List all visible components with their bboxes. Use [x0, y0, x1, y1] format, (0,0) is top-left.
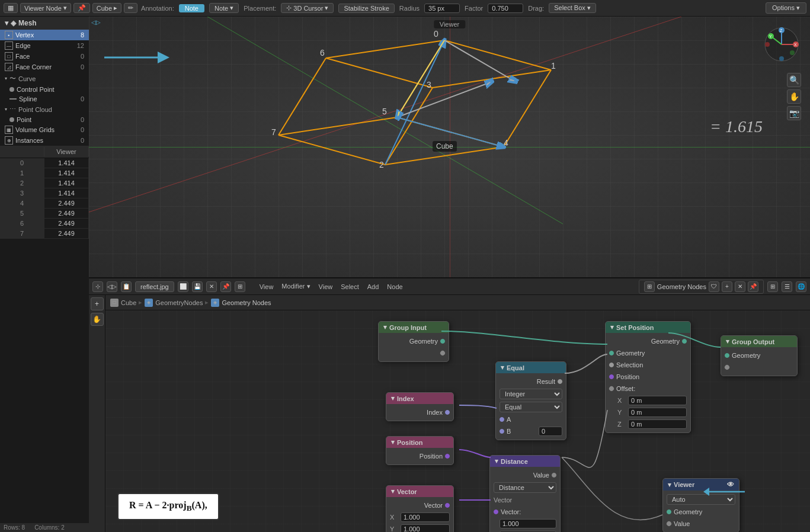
ne-file-icon[interactable]: 📋: [121, 281, 132, 292]
hand-btn[interactable]: ✋: [787, 89, 801, 104]
group-output-node[interactable]: ▾ Group Output Geometry: [721, 335, 798, 376]
set-position-node[interactable]: ▾ Set Position Geometry: [605, 321, 691, 433]
geo-nodes-2-breadcrumb-label[interactable]: Geometry Nodes: [222, 299, 271, 306]
ge-close-icon[interactable]: ✕: [735, 281, 745, 292]
ne-hand-tool-btn[interactable]: ✋: [91, 313, 104, 326]
distance-body: Value Distance Vect: [490, 467, 560, 532]
ne-r2-btn[interactable]: ☰: [782, 281, 792, 292]
equal-b-socket[interactable]: [500, 429, 504, 434]
ne-select-btn[interactable]: Select: [338, 282, 361, 291]
ne-add-object-btn[interactable]: +: [91, 297, 104, 310]
edge-item[interactable]: — Edge 12: [0, 40, 89, 51]
equal-mode-select[interactable]: Equal: [500, 402, 562, 412]
viewer-value-socket[interactable]: [665, 520, 672, 527]
viewport-area[interactable]: ◁▷: [89, 17, 810, 277]
sp-y-input[interactable]: [628, 408, 687, 417]
vec-x-input[interactable]: [401, 512, 450, 522]
ne-mode-icon[interactable]: ⊹: [92, 281, 103, 292]
pin-btn[interactable]: 📌: [73, 3, 90, 13]
cube-breadcrumb-label[interactable]: Cube: [121, 299, 136, 306]
distance-node[interactable]: ▾ Distance Value: [489, 455, 561, 532]
ge-shield-icon[interactable]: 🛡: [709, 281, 719, 292]
ge-new-icon[interactable]: +: [722, 281, 732, 292]
sp-selection-socket[interactable]: [609, 363, 614, 367]
node-canvas[interactable]: ▾ Group Input Geometry: [105, 310, 810, 532]
group-input-geo-socket[interactable]: [440, 339, 445, 344]
dist-v1-input[interactable]: [500, 519, 556, 528]
volume-grids-item[interactable]: ▦ Volume Grids 0: [0, 124, 89, 135]
face-corner-item[interactable]: ◿ Face Corner 0: [0, 62, 89, 72]
vertex-item[interactable]: ▪ Vertex 8: [0, 30, 89, 40]
sp-x-row: X: [606, 395, 690, 406]
go-extra-socket[interactable]: [723, 364, 730, 370]
instances-item[interactable]: ⊕ Instances 0: [0, 135, 89, 146]
group-input-node[interactable]: ▾ Group Input Geometry: [378, 321, 449, 362]
ne-node-btn[interactable]: Node: [385, 282, 405, 291]
equal-b-input[interactable]: [539, 427, 562, 436]
control-point-item[interactable]: Control Point: [0, 85, 89, 94]
ne-tool-icon[interactable]: ⊞: [235, 281, 245, 292]
ne-right-btn[interactable]: ⊞: [767, 281, 778, 292]
ne-image-label[interactable]: reflect.jpg: [135, 281, 174, 292]
sp-geo-out-socket[interactable]: [682, 339, 687, 344]
equal-result-socket[interactable]: [558, 379, 562, 384]
camera-btn[interactable]: 📷: [787, 106, 801, 120]
viewer-geo-socket[interactable]: [667, 509, 671, 514]
dist-mode-select[interactable]: Distance: [494, 482, 556, 493]
vec-out-socket[interactable]: [445, 503, 450, 508]
stabilize-stroke-btn[interactable]: Stabilize Stroke: [338, 4, 394, 13]
go-geo-socket[interactable]: [725, 353, 729, 358]
placement-btn[interactable]: ⊹ 3D Cursor ▾: [281, 3, 334, 13]
ne-add-btn[interactable]: Add: [365, 282, 382, 291]
factor-input[interactable]: [488, 4, 523, 13]
viewer-node-btn[interactable]: Viewer Node ▾: [20, 3, 71, 13]
pen-btn[interactable]: ✏: [124, 3, 137, 13]
position-node[interactable]: ▾ Position Position: [386, 436, 454, 465]
ne-close-icon[interactable]: ✕: [206, 281, 217, 292]
drag-mode-btn[interactable]: Select Box ▾: [549, 3, 596, 13]
face-item[interactable]: □ Face 0: [0, 51, 89, 62]
sp-geo-in-socket[interactable]: [609, 351, 614, 355]
dist-vec-socket[interactable]: [494, 509, 498, 514]
stabilize-label: Stabilize Stroke: [344, 5, 389, 12]
point-item[interactable]: Point 0: [0, 115, 89, 124]
ne-view2-btn[interactable]: View: [316, 282, 335, 291]
ne-save-icon[interactable]: 💾: [192, 281, 203, 292]
sp-geo-out-row: Geometry: [606, 335, 690, 347]
ne-modifier-btn[interactable]: Modifier ▾: [279, 281, 312, 291]
sp-x-input[interactable]: [628, 396, 687, 405]
equal-node[interactable]: ▾ Equal Result: [495, 361, 566, 440]
geo-nodes-breadcrumb-label[interactable]: GeometryNodes: [155, 299, 203, 306]
annotation-mode-btn[interactable]: Note: [179, 4, 204, 12]
dist-value-socket[interactable]: [552, 473, 556, 477]
radius-input[interactable]: [424, 4, 460, 13]
ne-view-btn[interactable]: View: [257, 282, 276, 291]
sp-z-input[interactable]: [628, 419, 687, 429]
vec-y-input[interactable]: [401, 524, 450, 532]
cube-dropdown-btn[interactable]: Cube ▸: [92, 3, 121, 13]
ge-pin2-icon[interactable]: 📌: [748, 281, 758, 292]
index-node[interactable]: ▾ Index Index: [386, 392, 454, 421]
expand-panel-btn[interactable]: ◁▷: [91, 19, 101, 25]
equal-a-socket[interactable]: [500, 417, 504, 422]
note-dropdown-btn[interactable]: Note▾: [209, 3, 239, 13]
viewport-3d[interactable]: 0 1 6 5 2 7 4 3: [89, 17, 810, 277]
vector-node[interactable]: ▾ Vector Vector X: [386, 485, 454, 532]
sp-offset-diamond[interactable]: [608, 385, 614, 392]
workspace-menu-btn[interactable]: ▦: [4, 3, 18, 13]
index-out-socket[interactable]: [445, 410, 450, 415]
zoom-btn[interactable]: 🔍: [787, 73, 801, 87]
options-btn[interactable]: Options ▾: [766, 2, 806, 14]
ne-pin-icon[interactable]: 📌: [220, 281, 231, 292]
vector-header: ▾ Vector: [386, 486, 453, 497]
sp-position-socket[interactable]: [609, 374, 614, 379]
spline-item[interactable]: Spline 0: [0, 94, 89, 104]
group-input-extra-socket[interactable]: [439, 350, 446, 356]
ne-expand-btn[interactable]: ◁▷: [107, 281, 117, 292]
position-out-socket[interactable]: [445, 454, 450, 459]
ne-copy-icon[interactable]: ⬜: [178, 281, 188, 292]
ne-r3-btn[interactable]: 🌐: [796, 281, 806, 292]
equal-type-select[interactable]: Integer: [500, 389, 562, 399]
distance-collapse: ▾: [495, 457, 498, 465]
ge-mode-icon[interactable]: ⊞: [644, 281, 655, 292]
